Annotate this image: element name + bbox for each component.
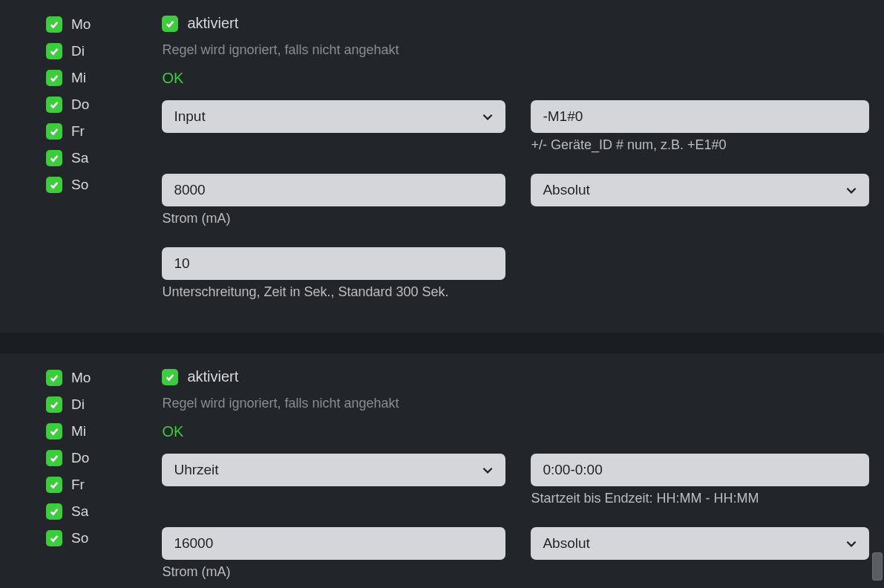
current-row: Strom (mA) Absolut xyxy=(162,527,869,580)
weekday-row: Sa xyxy=(46,150,91,166)
condition-value-col: +/- Geräte_ID # num, z.B. +E1#0 xyxy=(531,100,869,153)
status-text: OK xyxy=(162,70,869,87)
condition-row: Uhrzeit Startzeit bis Endzeit: HH:MM - H… xyxy=(162,454,869,506)
checkbox-so[interactable] xyxy=(46,177,62,193)
weekday-row: Sa xyxy=(46,503,91,520)
weekday-row: Do xyxy=(46,450,91,466)
current-value-input[interactable] xyxy=(162,174,505,206)
mode-select[interactable]: Absolut xyxy=(531,527,869,560)
mode-col: Absolut xyxy=(531,174,869,226)
current-value-col: Strom (mA) xyxy=(162,174,505,226)
select-value: Input xyxy=(174,108,205,125)
undershoot-row: Unterschreitung, Zeit in Sek., Standard … xyxy=(162,247,869,300)
weekday-label: Do xyxy=(71,450,89,466)
weekday-column: Mo Di Mi Do Fr Sa xyxy=(46,368,91,588)
mode-col: Absolut xyxy=(531,527,869,580)
weekday-label: Fr xyxy=(71,477,85,493)
condition-value-input[interactable] xyxy=(531,100,869,133)
weekday-label: Fr xyxy=(71,123,85,140)
current-label: Strom (mA) xyxy=(162,564,505,580)
weekday-row: Mi xyxy=(46,70,91,86)
rule-card-body: Mo Di Mi Do Fr Sa xyxy=(46,368,866,588)
checkbox-mo[interactable] xyxy=(46,16,62,33)
weekday-label: Sa xyxy=(71,150,88,166)
chevron-down-icon xyxy=(480,109,495,124)
rule-card: Mo Di Mi Do Fr Sa xyxy=(0,0,884,333)
mode-select[interactable]: Absolut xyxy=(531,174,869,206)
condition-row: Input +/- Geräte_ID # num, z.B. +E1#0 xyxy=(162,100,869,153)
weekday-label: Mo xyxy=(71,16,91,33)
weekday-row: Mo xyxy=(46,370,91,386)
weekday-column: Mo Di Mi Do Fr Sa xyxy=(46,15,91,315)
weekday-row: Di xyxy=(46,43,91,59)
condition-type-col: Uhrzeit xyxy=(162,454,505,506)
rule-card: Mo Di Mi Do Fr Sa xyxy=(0,353,884,588)
rule-main-column: aktiviert Regel wird ignoriert, falls ni… xyxy=(162,15,869,315)
current-value-input[interactable] xyxy=(162,527,505,560)
weekday-row: So xyxy=(46,530,91,546)
condition-type-col: Input xyxy=(162,100,505,153)
rule-card-body: Mo Di Mi Do Fr Sa xyxy=(46,15,866,315)
weekday-row: Do xyxy=(46,97,91,113)
weekday-label: Mi xyxy=(71,70,86,86)
checkbox-do[interactable] xyxy=(46,97,62,113)
current-row: Strom (mA) Absolut xyxy=(162,174,869,226)
checkbox-di[interactable] xyxy=(46,396,62,413)
weekday-row: Di xyxy=(46,396,91,413)
checkbox-so[interactable] xyxy=(46,530,62,546)
undershoot-input[interactable] xyxy=(162,247,505,280)
weekday-row: So xyxy=(46,177,91,193)
aktiviert-hint: Regel wird ignoriert, falls nicht angeha… xyxy=(162,396,869,411)
aktiviert-label: aktiviert xyxy=(187,368,238,385)
weekday-label: So xyxy=(71,530,88,546)
weekday-row: Mo xyxy=(46,16,91,33)
condition-type-select[interactable]: Input xyxy=(162,100,505,133)
chevron-down-icon xyxy=(844,183,859,197)
checkbox-mi[interactable] xyxy=(46,423,62,440)
condition-type-select[interactable]: Uhrzeit xyxy=(162,454,505,486)
checkbox-fr[interactable] xyxy=(46,477,62,493)
undershoot-help: Unterschreitung, Zeit in Sek., Standard … xyxy=(162,284,505,300)
chevron-down-icon xyxy=(480,463,495,477)
weekday-label: Sa xyxy=(71,503,88,520)
weekday-label: Di xyxy=(71,396,85,413)
checkbox-sa[interactable] xyxy=(46,150,62,166)
weekday-row: Fr xyxy=(46,477,91,493)
undershoot-col: Unterschreitung, Zeit in Sek., Standard … xyxy=(162,247,505,300)
condition-value-input[interactable] xyxy=(531,454,869,486)
status-text: OK xyxy=(162,423,869,440)
checkbox-sa[interactable] xyxy=(46,503,62,520)
scrollbar-thumb[interactable] xyxy=(872,552,883,581)
condition-help: Startzeit bis Endzeit: HH:MM - HH:MM xyxy=(531,491,869,506)
aktiviert-hint: Regel wird ignoriert, falls nicht angeha… xyxy=(162,42,869,58)
current-value-col: Strom (mA) xyxy=(162,527,505,580)
checkbox-do[interactable] xyxy=(46,450,62,466)
checkbox-aktiviert[interactable] xyxy=(162,369,178,385)
aktiviert-row: aktiviert xyxy=(162,15,869,32)
condition-help: +/- Geräte_ID # num, z.B. +E1#0 xyxy=(531,137,869,153)
condition-value-col: Startzeit bis Endzeit: HH:MM - HH:MM xyxy=(531,454,869,506)
checkbox-mi[interactable] xyxy=(46,70,62,86)
rule-main-column: aktiviert Regel wird ignoriert, falls ni… xyxy=(162,368,869,588)
checkbox-aktiviert[interactable] xyxy=(162,16,178,32)
chevron-down-icon xyxy=(844,536,859,551)
weekday-row: Mi xyxy=(46,423,91,440)
select-value: Uhrzeit xyxy=(174,462,218,478)
weekday-label: Do xyxy=(71,97,89,113)
select-value: Absolut xyxy=(543,535,589,552)
weekday-label: Mo xyxy=(71,370,91,386)
weekday-label: Di xyxy=(71,43,85,59)
checkbox-di[interactable] xyxy=(46,43,62,59)
weekday-row: Fr xyxy=(46,123,91,140)
select-value: Absolut xyxy=(543,182,589,198)
aktiviert-label: aktiviert xyxy=(187,15,238,32)
weekday-label: Mi xyxy=(71,423,86,440)
aktiviert-row: aktiviert xyxy=(162,368,869,385)
current-label: Strom (mA) xyxy=(162,211,505,226)
checkbox-mo[interactable] xyxy=(46,370,62,386)
weekday-label: So xyxy=(71,177,88,193)
checkbox-fr[interactable] xyxy=(46,123,62,140)
